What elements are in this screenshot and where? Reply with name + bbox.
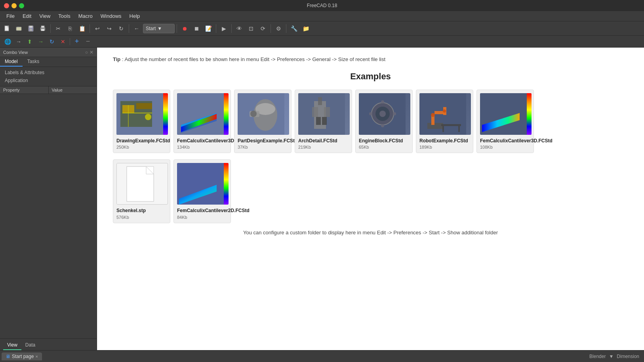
- svg-rect-23: [318, 97, 322, 105]
- example-schenkel[interactable]: Schenkel.stp 576Kb: [113, 159, 170, 223]
- example-robot[interactable]: RobotExample.FCStd 189Kb: [416, 90, 473, 153]
- example-engine[interactable]: EngineBlock.FCStd 65Kb: [355, 90, 413, 153]
- workbench-name: Start: [146, 26, 156, 31]
- combo-view-header: Combo View ○ ✕: [0, 48, 97, 57]
- example-fem3d[interactable]: FemCalculixCantilever3D.FCStd 108Kb: [476, 90, 534, 153]
- nav-forward-icon[interactable]: →: [13, 36, 24, 47]
- script-icon[interactable]: 📝: [203, 23, 214, 34]
- dimension-label: Dimension: [617, 354, 639, 359]
- workbench-selector[interactable]: Start ▼: [143, 24, 175, 33]
- refresh-icon[interactable]: ↻: [116, 23, 127, 34]
- menu-view[interactable]: View: [36, 12, 53, 20]
- title-bar: FreeCAD 0.18: [0, 0, 644, 11]
- toolbar-separator-3: [129, 24, 129, 33]
- example-name-fem2d: FemCalculixCantilever2D.FCStd: [177, 208, 250, 214]
- paste-icon[interactable]: 📋: [76, 23, 88, 34]
- svg-rect-43: [441, 124, 461, 126]
- example-name-robot: RobotExample.FCStd: [419, 138, 468, 144]
- stop-nav-icon[interactable]: ✕: [58, 36, 68, 47]
- combo-close-icon[interactable]: ✕: [90, 50, 93, 55]
- folder-icon[interactable]: 📁: [300, 23, 311, 34]
- combo-view-title: Combo View: [3, 50, 28, 55]
- menu-tools[interactable]: Tools: [55, 12, 73, 20]
- window-controls[interactable]: [4, 3, 24, 8]
- sidebar-nav-items: Labels & Attributes Application: [0, 67, 97, 86]
- close-button[interactable]: [4, 3, 9, 8]
- rotate-icon[interactable]: ⟳: [257, 23, 269, 34]
- tab-data[interactable]: Data: [21, 341, 39, 350]
- svg-rect-24: [316, 117, 321, 125]
- stop-icon[interactable]: ⏹: [191, 23, 202, 34]
- blender-arrow[interactable]: ▼: [609, 354, 614, 359]
- example-fem1[interactable]: FemCalculixCantilever3D_newSolver.FCStd …: [173, 90, 231, 153]
- example-drawing[interactable]: DrawingExample.FCStd 250Kb: [113, 90, 170, 153]
- redo-icon[interactable]: ↪: [104, 23, 115, 34]
- example-fem2d[interactable]: FemCalculixCantilever2D.FCStd 84Kb: [173, 159, 231, 223]
- play-icon[interactable]: ▶: [218, 23, 229, 34]
- globe-icon[interactable]: 🌐: [2, 36, 13, 47]
- minimize-button[interactable]: [11, 3, 17, 8]
- nav-next-icon[interactable]: →: [36, 36, 46, 47]
- nav-back-icon[interactable]: ←: [131, 23, 142, 34]
- sidebar: Combo View ○ ✕ Model Tasks Labels & Attr…: [0, 48, 97, 350]
- zoom-in-icon[interactable]: +: [72, 36, 82, 47]
- svg-point-20: [250, 111, 257, 117]
- new-file-icon[interactable]: [2, 23, 13, 34]
- example-size-drawing: 250Kb: [116, 145, 129, 149]
- freecad-tab-icon: 🖥: [6, 354, 10, 359]
- sidebar-item-application[interactable]: Application: [0, 77, 97, 84]
- start-page-tab[interactable]: 🖥 Start page ×: [2, 352, 42, 360]
- thumb-arch: [298, 93, 350, 135]
- tab-tasks[interactable]: Tasks: [23, 57, 44, 67]
- combo-float-icon[interactable]: ○: [85, 50, 88, 55]
- copy-icon[interactable]: ⎘: [65, 23, 76, 34]
- color-bar-fem2d: [224, 163, 229, 205]
- example-arch[interactable]: ArchDetail.FCStd 219Kb: [295, 90, 352, 153]
- sidebar-item-labels[interactable]: Labels & Attributes: [0, 69, 97, 77]
- tab-model[interactable]: Model: [0, 57, 23, 67]
- property-col-label: Property: [0, 86, 49, 94]
- maximize-button[interactable]: [19, 3, 24, 8]
- view-icon[interactable]: 👁: [234, 23, 245, 34]
- thumb-schenkel: [116, 163, 168, 205]
- blender-label[interactable]: Blender: [589, 354, 606, 359]
- thumb-engine: [359, 93, 410, 135]
- thumb-fem2d: [177, 163, 229, 205]
- tab-view[interactable]: View: [3, 341, 21, 350]
- save-file-icon[interactable]: [25, 23, 36, 34]
- svg-point-35: [393, 112, 396, 115]
- menu-windows[interactable]: Windows: [97, 12, 125, 20]
- menu-bar: File Edit View Tools Macro Windows Help: [0, 11, 644, 21]
- nav-separator: [70, 38, 70, 45]
- example-partdesign[interactable]: PartDesignExample.FCStd 37Kb: [234, 90, 292, 153]
- menu-file[interactable]: File: [3, 12, 18, 20]
- svg-point-34: [369, 112, 372, 115]
- svg-rect-6: [41, 26, 44, 28]
- zoom-out-icon[interactable]: −: [83, 36, 93, 47]
- reload-icon[interactable]: ↻: [47, 36, 57, 47]
- bottom-tabs: View Data: [0, 338, 97, 350]
- toolbar-separator-5: [216, 24, 216, 33]
- example-name-fem3d: FemCalculixCantilever3D.FCStd: [480, 138, 553, 144]
- tip-section: Tip : Adjust the number of recent files …: [113, 56, 628, 63]
- print-icon[interactable]: [37, 23, 48, 34]
- toolbar-separator-4: [177, 24, 177, 33]
- nav-up-icon[interactable]: ⬆: [25, 36, 35, 47]
- main-toolbar: ✂ ⎘ 📋 ↩ ↪ ↻ ← Start ▼ ⏺ ⏹ 📝 ▶ 👁 ⊡ ⟳ ⚙ 🔧 …: [0, 21, 644, 36]
- open-file-icon[interactable]: [13, 23, 25, 34]
- zoom-fit-icon[interactable]: ⊡: [246, 23, 257, 34]
- menu-macro[interactable]: Macro: [75, 12, 96, 20]
- svg-point-42: [443, 109, 446, 113]
- tools-icon[interactable]: 🔧: [288, 23, 299, 34]
- cut-icon[interactable]: ✂: [53, 23, 64, 34]
- workbench-arrow: ▼: [157, 26, 162, 31]
- tab-strip: 🖥 Start page × Blender ▼ Dimension: [0, 350, 644, 362]
- undo-icon[interactable]: ↩: [92, 23, 103, 34]
- menu-help[interactable]: Help: [126, 12, 143, 20]
- svg-point-41: [431, 113, 435, 117]
- close-tab-button[interactable]: ×: [35, 354, 38, 359]
- settings-icon[interactable]: ⚙: [273, 23, 284, 34]
- menu-edit[interactable]: Edit: [19, 12, 34, 20]
- content-area: Tip : Adjust the number of recent files …: [97, 48, 644, 350]
- record-icon[interactable]: ⏺: [179, 23, 190, 34]
